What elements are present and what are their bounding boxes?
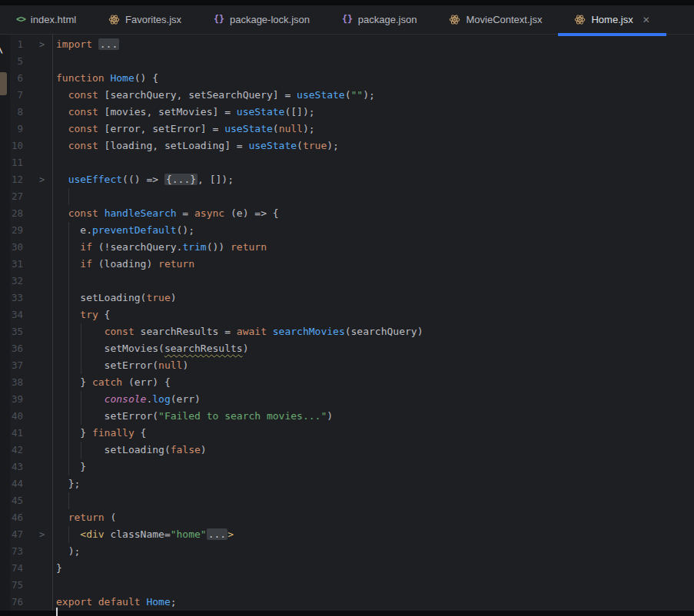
- code-line[interactable]: 32: [0, 273, 694, 290]
- code-line[interactable]: 35 const searchResults = await searchMov…: [0, 323, 694, 340]
- code-text: try {: [23, 306, 110, 323]
- code-line[interactable]: 30 if (!searchQuery.trim()) return: [0, 239, 694, 256]
- code-token: Home: [110, 72, 134, 84]
- code-token: null: [279, 123, 303, 134]
- code-line[interactable]: 76export default Home;: [0, 594, 694, 611]
- code-token: (err) {: [122, 376, 171, 388]
- code-token: export: [56, 596, 92, 608]
- code-text: import ...: [23, 36, 119, 53]
- code-line[interactable]: 74}: [0, 560, 694, 577]
- code-token: }: [56, 461, 86, 472]
- code-line[interactable]: 44 };: [0, 475, 694, 492]
- code-line[interactable]: 45: [0, 492, 694, 509]
- tab-home-jsx[interactable]: Home.jsx✕: [558, 5, 666, 34]
- code-token: ();: [177, 224, 194, 236]
- code-line[interactable]: 37 setError(null): [0, 357, 694, 374]
- folded-region[interactable]: {...}: [164, 174, 198, 185]
- tab-label: Favorites.jsx: [125, 14, 181, 25]
- code-token: const: [68, 140, 98, 151]
- code-token: };: [56, 478, 80, 489]
- code-line[interactable]: 27: [0, 188, 694, 205]
- code-line[interactable]: 36 setMovies(searchResults): [0, 340, 694, 357]
- fold-arrow-icon[interactable]: >: [39, 171, 45, 188]
- code-line[interactable]: 41 } finally {: [0, 425, 694, 442]
- code-line[interactable]: 73 );: [0, 543, 694, 560]
- code-line[interactable]: 38 } catch (err) {: [0, 374, 694, 391]
- indent-guide: [68, 442, 69, 459]
- tab-package-json[interactable]: {}package.json: [326, 5, 433, 34]
- code-token: catch: [92, 376, 122, 388]
- code-token: "home": [171, 528, 207, 540]
- code-line[interactable]: 47> <div className="home"...>: [0, 526, 694, 543]
- code-line[interactable]: 9 const [error, setError] = useState(nul…: [0, 121, 694, 137]
- code-token: Home: [146, 596, 170, 608]
- code-token: [searchQuery, setSearchQuery] =: [98, 89, 297, 101]
- window-top-edge: [0, 0, 694, 5]
- code-token: (loading): [92, 258, 158, 270]
- code-line[interactable]: 34 try {: [0, 306, 694, 323]
- folded-region[interactable]: ...: [207, 528, 227, 540]
- close-tab-icon[interactable]: ✕: [643, 15, 650, 25]
- code-token: finally: [92, 427, 134, 439]
- folded-region[interactable]: ...: [98, 38, 119, 50]
- code-text: [23, 492, 56, 509]
- code-line[interactable]: 1>import ...: [0, 36, 694, 53]
- code-token: const: [68, 123, 98, 134]
- tab-moviecontext-jsx[interactable]: MovieContext.jsx: [433, 5, 558, 34]
- code-text: if (!searchQuery.trim()) return: [23, 239, 267, 256]
- tab-favorites-jsx[interactable]: Favorites.jsx: [92, 5, 198, 34]
- code-token: className=: [105, 528, 171, 540]
- code-text: <div className="home"...>: [23, 526, 234, 543]
- json-file-icon: {}: [342, 15, 353, 25]
- code-line[interactable]: 43 }: [0, 459, 694, 475]
- code-token: console: [105, 393, 147, 405]
- code-line[interactable]: 42 setLoading(false): [0, 442, 694, 459]
- code-token: setLoading(: [56, 292, 146, 303]
- code-token: return: [158, 258, 194, 270]
- code-token: preventDefault: [92, 224, 177, 236]
- indent-guide: [68, 374, 69, 391]
- tab-index-html[interactable]: <>index.html: [0, 5, 92, 34]
- code-line[interactable]: 75: [0, 577, 694, 594]
- code-line[interactable]: 28 const handleSearch = async (e) => {: [0, 205, 694, 222]
- code-line[interactable]: 40 setError("Failed to search movies..."…: [0, 408, 694, 425]
- code-line[interactable]: 7 const [searchQuery, setSearchQuery] = …: [0, 87, 694, 104]
- fold-arrow-icon[interactable]: >: [39, 526, 45, 543]
- code-line[interactable]: 5: [0, 53, 694, 70]
- code-token: true: [146, 292, 170, 303]
- tab-label: Home.jsx: [591, 14, 633, 25]
- code-line[interactable]: 10 const [loading, setLoading] = useStat…: [0, 137, 694, 154]
- code-text: console.log(err): [23, 391, 201, 408]
- code-token: (!searchQuery.: [92, 241, 182, 253]
- tab-label: index.html: [31, 14, 76, 25]
- code-token: (() =>: [122, 174, 164, 185]
- indent-guide: [68, 323, 69, 340]
- indent-guide: [81, 340, 81, 357]
- tab-package-lock-json[interactable]: {}package-lock.json: [198, 5, 326, 34]
- code-line[interactable]: 11: [0, 154, 694, 171]
- json-file-icon: {}: [214, 15, 224, 25]
- code-line[interactable]: 6function Home() {: [0, 70, 694, 87]
- code-text: setError(null): [23, 357, 188, 374]
- code-token: );: [363, 89, 375, 101]
- code-token: const: [105, 326, 134, 337]
- code-token: useState: [248, 140, 297, 151]
- indent-guide: [68, 526, 69, 543]
- code-line[interactable]: 12> useEffect(() => {...}, []);: [0, 171, 694, 188]
- code-line[interactable]: 33 setLoading(true): [0, 290, 694, 306]
- indent-guide: [81, 442, 81, 459]
- code-token: [loading, setLoading] =: [98, 140, 249, 151]
- code-line[interactable]: 39 console.log(err): [0, 391, 694, 408]
- code-text: return (: [23, 509, 116, 526]
- code-token: ()): [207, 241, 231, 253]
- code-token: =: [177, 207, 194, 219]
- code-line[interactable]: 31 if (loading) return: [0, 256, 694, 273]
- code-editor[interactable]: \ 1>import ...56function Home() {7 const…: [0, 35, 694, 611]
- code-token: searchResults: [164, 343, 243, 354]
- code-line[interactable]: 46 return (: [0, 509, 694, 526]
- code-line[interactable]: 29 e.preventDefault();: [0, 222, 694, 239]
- fold-arrow-icon[interactable]: >: [39, 36, 45, 53]
- code-token: true: [303, 140, 327, 151]
- code-line[interactable]: 8 const [movies, setMovies] = useState([…: [0, 104, 694, 121]
- code-text: };: [23, 475, 80, 492]
